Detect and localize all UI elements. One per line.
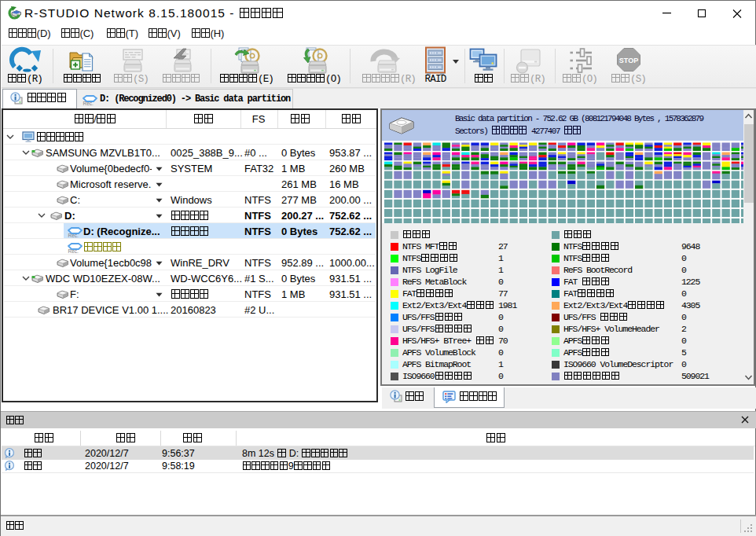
svg-text:Rec.: Rec. bbox=[83, 101, 94, 105]
svg-text:Rec.: Rec. bbox=[68, 248, 79, 253]
svg-text:STOP: STOP bbox=[619, 57, 638, 64]
svg-text:Rec.: Rec. bbox=[68, 233, 79, 237]
